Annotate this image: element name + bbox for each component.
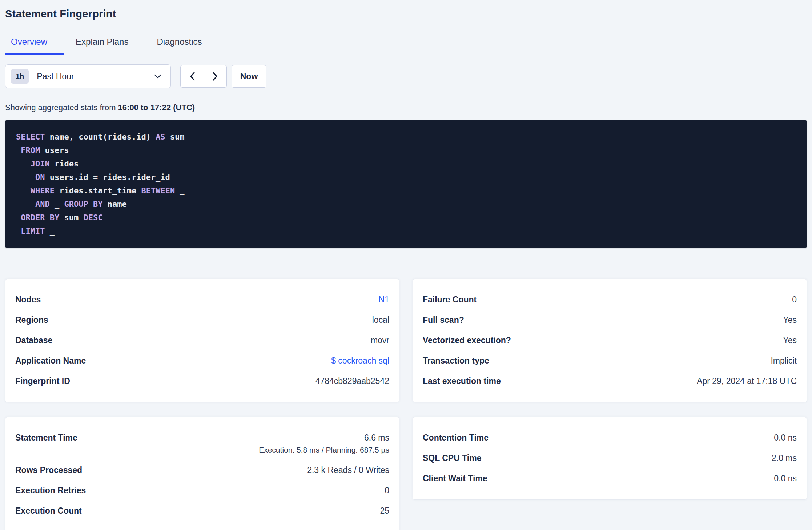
sql-text	[16, 226, 21, 236]
transaction-type-value-group: Implicit	[771, 356, 797, 365]
client-wait-time-value: 0.0 ns	[774, 474, 797, 483]
sql-keyword: WHERE	[31, 186, 55, 195]
stats-caption-prefix: Showing aggregated stats from	[5, 103, 118, 112]
sql-text: users.id = rides.rider_id	[45, 173, 170, 182]
execution-retries-value: 0	[385, 486, 389, 495]
sql-code-line: FROM users	[16, 144, 796, 157]
last-execution-time-label: Last execution time	[423, 376, 501, 386]
row-transaction-type: Transaction typeImplicit	[423, 350, 797, 371]
fingerprint-id-value: 4784cb829aab2542	[315, 376, 389, 386]
next-time-button[interactable]	[204, 65, 226, 87]
time-range-badge: 1h	[11, 69, 29, 84]
sql-cpu-time-value-group: 2.0 ms	[772, 453, 797, 463]
row-statement-time: Statement Time6.6 msExecution: 5.8 ms / …	[15, 427, 389, 460]
sql-code-line: JOIN rides	[16, 157, 796, 170]
row-application-name: Application Name$ cockroach sql	[15, 350, 389, 371]
time-range-dropdown[interactable]: 1h Past Hour	[5, 64, 171, 88]
tab-explain-plans[interactable]: Explain Plans	[70, 37, 145, 54]
full-scan-value: Yes	[783, 315, 797, 325]
database-value: movr	[371, 336, 389, 345]
sql-code-line: SELECT name, count(rides.id) AS sum	[16, 130, 796, 144]
tab-overview[interactable]: Overview	[5, 37, 64, 54]
tab-diagnostics[interactable]: Diagnostics	[151, 37, 218, 54]
failure-count-label: Failure Count	[423, 295, 477, 304]
contention-time-value: 0.0 ns	[774, 433, 797, 442]
sql-keyword: JOIN	[31, 159, 50, 168]
sql-text: _	[50, 200, 64, 209]
last-execution-time-value: Apr 29, 2024 at 17:18 UTC	[697, 376, 797, 386]
statement-time-breakdown: Execution: 5.8 ms / Planning: 687.5 µs	[259, 446, 389, 454]
execution-retries-label: Execution Retries	[15, 486, 86, 495]
execution-count-value-group: 25	[380, 506, 389, 515]
full-scan-value-group: Yes	[783, 315, 797, 325]
sql-keyword: ON	[35, 173, 45, 182]
prev-time-button[interactable]	[181, 65, 204, 87]
rows-processed-value-group: 2.3 k Reads / 0 Writes	[307, 465, 389, 475]
time-nav-buttons	[180, 65, 227, 88]
sql-text	[16, 213, 21, 222]
sql-code-line: LIMIT _	[16, 224, 796, 238]
sql-keyword: SELECT	[16, 132, 45, 141]
info-cards-row-1: NodesN1RegionslocalDatabasemovrApplicati…	[5, 279, 807, 402]
failure-count-value: 0	[792, 295, 797, 304]
vectorized-execution-value: Yes	[783, 336, 797, 345]
sql-keyword: AND	[35, 200, 50, 209]
database-value-group: movr	[371, 336, 389, 345]
vectorized-execution-label: Vectorized execution?	[423, 336, 511, 345]
sql-text: name, count(rides.id)	[45, 132, 156, 141]
execution-retries-value-group: 0	[385, 486, 389, 495]
row-failure-count: Failure Count0	[423, 289, 797, 310]
now-button[interactable]: Now	[232, 65, 266, 88]
sql-code-line: WHERE rides.start_time BETWEEN _	[16, 184, 796, 197]
execution-count-value: 25	[380, 506, 389, 515]
statement-time-value-group: 6.6 msExecution: 5.8 ms / Planning: 687.…	[259, 433, 389, 454]
sql-keyword: ORDER BY	[21, 213, 59, 222]
row-sql-cpu-time: SQL CPU Time2.0 ms	[423, 448, 797, 468]
fingerprint-id-label: Fingerprint ID	[15, 376, 70, 386]
sql-keyword: LIMIT	[21, 226, 45, 236]
rows-processed-value: 2.3 k Reads / 0 Writes	[307, 465, 389, 475]
info-cards-row-2: Statement Time6.6 msExecution: 5.8 ms / …	[5, 417, 807, 530]
sql-text	[16, 146, 21, 155]
sql-text	[16, 200, 35, 209]
sql-text	[16, 159, 31, 168]
time-range-label: Past Hour	[37, 72, 154, 81]
row-nodes: NodesN1	[15, 289, 389, 310]
sql-text: sum	[165, 132, 185, 141]
rows-processed-label: Rows Processed	[15, 465, 82, 475]
chevron-right-icon	[212, 72, 218, 81]
row-client-wait-time: Client Wait Time0.0 ns	[423, 468, 797, 489]
transaction-type-value: Implicit	[771, 356, 797, 365]
row-contention-time: Contention Time0.0 ns	[423, 427, 797, 448]
nodes-link[interactable]: N1	[379, 295, 389, 304]
failure-count-value-group: 0	[792, 295, 797, 304]
regions-value: local	[372, 315, 389, 325]
sql-text: sum	[59, 213, 83, 222]
sql-keyword: DESC	[83, 213, 102, 222]
sql-code-line: AND _ GROUP BY name	[16, 197, 796, 211]
client-wait-time-value-group: 0.0 ns	[774, 474, 797, 483]
contention-time-value-group: 0.0 ns	[774, 433, 797, 442]
statement-time-label: Statement Time	[15, 433, 77, 442]
regions-value-group: local	[372, 315, 389, 325]
nodes-value-group: N1	[379, 295, 389, 304]
nodes-label: Nodes	[15, 295, 41, 304]
fingerprint-id-value-group: 4784cb829aab2542	[315, 376, 389, 386]
database-label: Database	[15, 336, 52, 345]
vectorized-execution-value-group: Yes	[783, 336, 797, 345]
client-wait-time-label: Client Wait Time	[423, 474, 487, 483]
application-name-link[interactable]: $ cockroach sql	[331, 356, 389, 365]
row-fingerprint-id: Fingerprint ID4784cb829aab2542	[15, 371, 389, 391]
sql-keyword: GROUP BY	[64, 200, 102, 209]
tab-bar: OverviewExplain PlansDiagnostics	[5, 37, 807, 54]
row-full-scan: Full scan?Yes	[423, 310, 797, 330]
statement-details-card: NodesN1RegionslocalDatabasemovrApplicati…	[5, 279, 399, 402]
row-rows-processed: Rows Processed2.3 k Reads / 0 Writes	[15, 460, 389, 480]
application-name-value-group: $ cockroach sql	[331, 356, 389, 365]
stats-caption: Showing aggregated stats from 16:00 to 1…	[5, 103, 807, 112]
row-database: Databasemovr	[15, 330, 389, 350]
row-execution-count: Execution Count25	[15, 501, 389, 521]
execution-attributes-card: Failure Count0Full scan?YesVectorized ex…	[413, 279, 807, 402]
full-scan-label: Full scan?	[423, 315, 464, 325]
execution-count-label: Execution Count	[15, 506, 82, 515]
